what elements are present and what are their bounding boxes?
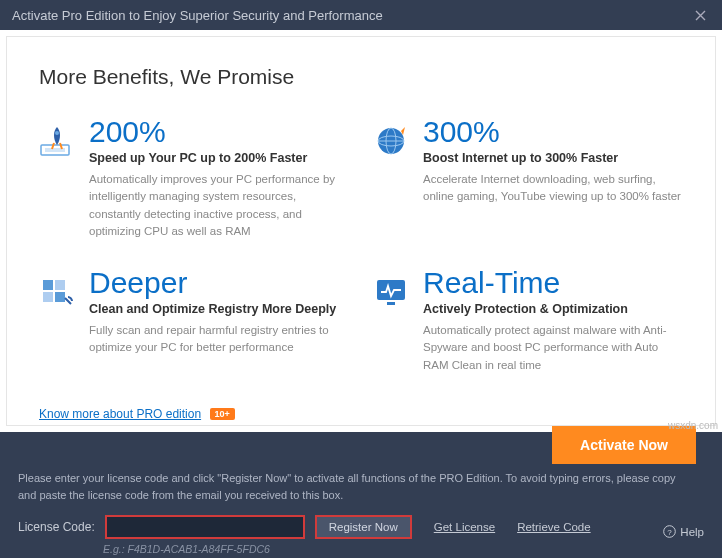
license-example: E.g.: F4B1D-ACAB1-A84FF-5FDC6 — [103, 543, 704, 555]
help-link[interactable]: ? Help — [663, 525, 704, 538]
svg-rect-6 — [43, 280, 53, 290]
get-license-link[interactable]: Get License — [434, 521, 495, 533]
feature-count-badge: 10+ — [210, 408, 235, 420]
benefit-description: Automatically protect against malware wi… — [423, 322, 683, 374]
benefit-subtitle: Boost Internet up to 300% Faster — [423, 151, 683, 165]
registry-icon — [39, 274, 75, 310]
register-now-button[interactable]: Register Now — [315, 515, 412, 539]
svg-rect-7 — [55, 280, 65, 290]
svg-rect-9 — [55, 292, 65, 302]
know-more-row: Know more about PRO edition 10+ — [39, 404, 683, 422]
svg-text:?: ? — [668, 528, 673, 537]
benefit-registry: Deeper Clean and Optimize Registry More … — [39, 268, 349, 374]
activation-footer: Activate Now Please enter your license c… — [0, 432, 722, 558]
page-heading: More Benefits, We Promise — [39, 65, 683, 89]
watermark: wsxdn.com — [668, 420, 718, 431]
license-instructions: Please enter your license code and click… — [18, 470, 678, 503]
svg-point-2 — [55, 131, 59, 135]
benefit-realtime: Real-Time Actively Protection & Optimiza… — [373, 268, 683, 374]
benefit-title: Deeper — [89, 268, 349, 298]
activate-now-button[interactable]: Activate Now — [552, 426, 696, 464]
close-button[interactable] — [686, 1, 714, 29]
license-code-input[interactable] — [105, 515, 305, 539]
titlebar: Activate Pro Edition to Enjoy Superior S… — [0, 0, 722, 30]
benefits-panel: More Benefits, We Promise 200% Speed up … — [6, 36, 716, 426]
benefit-subtitle: Actively Protection & Optimization — [423, 302, 683, 316]
monitor-icon — [373, 274, 409, 310]
titlebar-text: Activate Pro Edition to Enjoy Superior S… — [12, 8, 686, 23]
benefit-internet: 300% Boost Internet up to 300% Faster Ac… — [373, 117, 683, 240]
globe-icon — [373, 123, 409, 159]
help-label: Help — [680, 526, 704, 538]
benefit-subtitle: Clean and Optimize Registry More Deeply — [89, 302, 349, 316]
license-row: License Code: Register Now Get License R… — [18, 515, 704, 539]
retrieve-code-link[interactable]: Retrieve Code — [517, 521, 591, 533]
know-more-link[interactable]: Know more about PRO edition — [39, 407, 201, 421]
benefit-speed: 200% Speed up Your PC up to 200% Faster … — [39, 117, 349, 240]
benefit-description: Automatically improves your PC performan… — [89, 171, 349, 240]
license-code-label: License Code: — [18, 520, 95, 534]
rocket-icon — [39, 123, 75, 159]
benefit-description: Fully scan and repair harmful registry e… — [89, 322, 349, 357]
benefit-description: Accelerate Internet downloading, web sur… — [423, 171, 683, 206]
help-icon: ? — [663, 525, 676, 538]
svg-rect-8 — [43, 292, 53, 302]
benefit-subtitle: Speed up Your PC up to 200% Faster — [89, 151, 349, 165]
benefit-title: 300% — [423, 117, 683, 147]
benefit-title: 200% — [89, 117, 349, 147]
benefit-title: Real-Time — [423, 268, 683, 298]
svg-rect-11 — [387, 302, 395, 305]
close-icon — [695, 10, 706, 21]
benefits-grid: 200% Speed up Your PC up to 200% Faster … — [39, 117, 683, 374]
